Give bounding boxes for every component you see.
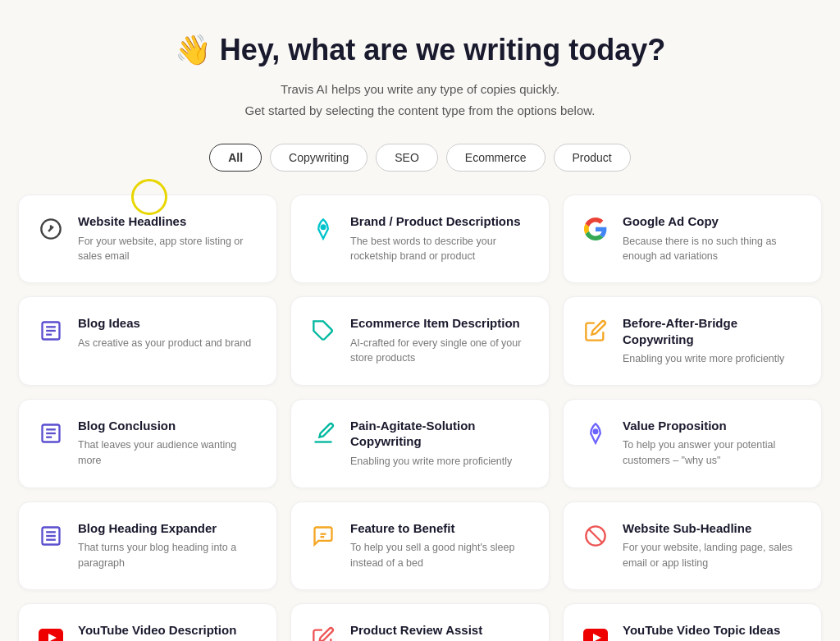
card-brand-product[interactable]: Brand / Product Descriptions The best wo…: [290, 195, 550, 283]
card-content: Website Sub-Headline For your website, l…: [623, 520, 805, 571]
card-desc: Because there is no such thing as enough…: [623, 234, 805, 265]
card-desc: To help you answer your potential custom…: [623, 437, 805, 469]
card-content: Blog Conclusion That leaves your audienc…: [78, 418, 260, 469]
compass-icon: [35, 213, 66, 245]
card-blog-heading[interactable]: Blog Heading Expander That turns your bl…: [18, 501, 277, 590]
rocket-purple-icon: [580, 418, 611, 449]
filter-ecommerce[interactable]: Ecommerce: [446, 144, 546, 172]
card-content: Pain-Agitate-Solution Copywriting Enabli…: [350, 418, 532, 469]
card-youtube-topics[interactable]: YouTube Video Topic Ideas That your audi…: [563, 603, 822, 642]
card-title: Google Ad Copy: [623, 213, 805, 230]
card-desc: Enabling you write more proficiently: [623, 351, 805, 367]
card-title: Product Review Assist: [350, 622, 532, 639]
youtube-icon: [35, 622, 66, 642]
card-title: Website Sub-Headline: [623, 520, 805, 537]
page-title: 👋 Hey, what are we writing today?: [16, 33, 824, 67]
card-website-headlines[interactable]: Website Headlines For your website, app …: [18, 195, 277, 283]
card-desc: For your website, app store listing or s…: [78, 234, 260, 265]
svg-point-14: [594, 429, 598, 433]
card-desc: For your website, landing page, sales em…: [623, 540, 805, 571]
pencil-teal-icon: [308, 418, 339, 449]
card-title: Blog Heading Expander: [78, 520, 260, 537]
tag-icon: [308, 315, 339, 346]
card-value-proposition[interactable]: Value Proposition To help you answer you…: [563, 399, 822, 488]
circle-slash-icon: [580, 520, 611, 552]
card-content: Value Proposition To help you answer you…: [623, 418, 805, 469]
page-header: 👋 Hey, what are we writing today? Travis…: [16, 33, 824, 121]
card-title: Website Headlines: [78, 213, 260, 230]
card-title: Blog Ideas: [78, 315, 251, 332]
card-title: YouTube Video Topic Ideas: [623, 622, 805, 639]
pencil-gold-icon: [580, 315, 611, 346]
card-content: YouTube Video Topic Ideas That your audi…: [623, 622, 805, 642]
card-desc: To help you sell a good night's sleep in…: [350, 540, 532, 571]
chat-icon: [308, 520, 339, 552]
card-title: Feature to Benefit: [350, 520, 532, 537]
card-content: Blog Ideas As creative as your product a…: [78, 315, 251, 350]
card-title: Brand / Product Descriptions: [350, 213, 532, 230]
card-content: Product Review Assist To help you write …: [350, 622, 532, 642]
filter-all[interactable]: All: [209, 144, 262, 172]
filter-copywriting[interactable]: Copywriting: [270, 144, 368, 172]
card-content: YouTube Video Description That ranks on …: [78, 622, 260, 642]
card-desc: The best words to describe your rocketsh…: [350, 234, 532, 265]
page-subtitle: Travis AI helps you write any type of co…: [16, 79, 824, 121]
card-desc: That turns your blog heading into a para…: [78, 540, 260, 571]
card-content: Brand / Product Descriptions The best wo…: [350, 213, 532, 264]
card-content: Feature to Benefit To help you sell a go…: [350, 520, 532, 571]
card-desc: Enabling you write more proficiently: [350, 454, 532, 469]
svg-point-4: [322, 225, 326, 229]
card-google-ad[interactable]: Google Ad Copy Because there is no such …: [563, 195, 822, 283]
card-desc: AI-crafted for every single one of your …: [350, 336, 532, 367]
card-youtube-desc[interactable]: YouTube Video Description That ranks on …: [18, 603, 277, 642]
card-content: Google Ad Copy Because there is no such …: [623, 213, 805, 264]
card-title: Blog Conclusion: [78, 418, 260, 434]
rocket-icon: [308, 213, 339, 245]
card-title: Pain-Agitate-Solution Copywriting: [350, 418, 532, 450]
card-content: Ecommerce Item Description AI-crafted fo…: [350, 315, 532, 366]
blog-icon: [35, 315, 66, 346]
card-desc: As creative as your product and brand: [78, 336, 251, 351]
svg-line-22: [589, 529, 602, 542]
card-feature-benefit[interactable]: Feature to Benefit To help you sell a go…: [290, 501, 550, 590]
card-title: Value Proposition: [623, 418, 805, 434]
filter-seo[interactable]: SEO: [376, 144, 438, 172]
blog-conclusion-icon: [35, 418, 66, 449]
card-content: Blog Heading Expander That turns your bl…: [78, 520, 260, 571]
card-blog-ideas[interactable]: Blog Ideas As creative as your product a…: [18, 296, 277, 386]
card-content: Website Headlines For your website, app …: [78, 213, 260, 264]
cards-grid: Website Headlines For your website, app …: [18, 195, 822, 641]
card-title: Before-After-Bridge Copywriting: [623, 315, 805, 347]
card-desc: That leaves your audience wanting more: [78, 437, 260, 469]
wave-emoji: 👋: [175, 33, 212, 67]
youtube-topics-icon: [580, 622, 611, 642]
card-website-sub[interactable]: Website Sub-Headline For your website, l…: [563, 501, 822, 590]
card-title: Ecommerce Item Description: [350, 315, 532, 332]
card-ecommerce-item[interactable]: Ecommerce Item Description AI-crafted fo…: [290, 296, 550, 386]
card-pain-agitate[interactable]: Pain-Agitate-Solution Copywriting Enabli…: [290, 399, 550, 488]
filter-bar: All Copywriting SEO Ecommerce Product: [16, 144, 824, 172]
google-icon: [580, 213, 611, 245]
card-title: YouTube Video Description: [78, 622, 260, 639]
card-content: Before-After-Bridge Copywriting Enabling…: [623, 315, 805, 367]
card-blog-conclusion[interactable]: Blog Conclusion That leaves your audienc…: [18, 399, 277, 488]
card-product-review[interactable]: Product Review Assist To help you write …: [290, 603, 550, 642]
review-icon: [308, 622, 339, 642]
filter-product[interactable]: Product: [554, 144, 631, 172]
expand-icon: [35, 520, 66, 552]
card-before-after[interactable]: Before-After-Bridge Copywriting Enabling…: [563, 296, 822, 386]
